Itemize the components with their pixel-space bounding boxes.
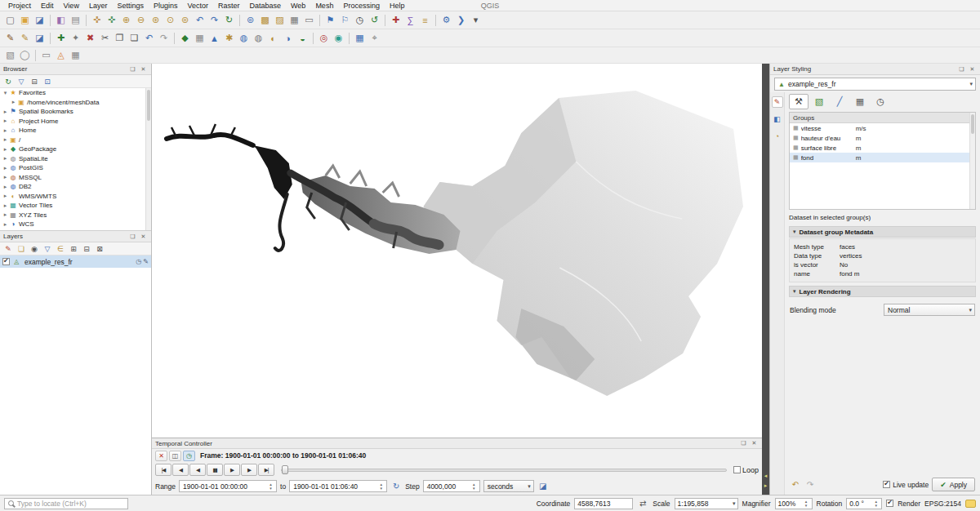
play-forward-button[interactable]: ▶ bbox=[224, 464, 240, 476]
styling-tab-vectors[interactable]: ╱ bbox=[830, 94, 849, 109]
scrollbar-thumb[interactable] bbox=[971, 114, 974, 134]
scale-combo[interactable]: 1:195,858 bbox=[675, 498, 738, 509]
expand-arrow-icon[interactable]: ▸ bbox=[2, 127, 9, 134]
add-wms-layer-icon[interactable]: ◐ bbox=[266, 31, 280, 45]
dataset-group-vitesse[interactable]: ▦vitessem/s bbox=[790, 123, 975, 133]
mesh-calculator-icon[interactable]: ▦ bbox=[353, 31, 367, 45]
apply-button[interactable]: ✔ Apply bbox=[932, 478, 975, 491]
add-wfs-layer-icon[interactable]: ◒ bbox=[296, 31, 310, 45]
browser-close-icon[interactable] bbox=[139, 64, 148, 73]
expand-panel-icon[interactable] bbox=[764, 482, 768, 488]
browser-item-home-vincent-meshdata[interactable]: ▸▣/home/vincent/meshData bbox=[0, 98, 151, 108]
styling-tab-contours[interactable]: ▧ bbox=[809, 94, 829, 109]
undo-icon[interactable]: ↶ bbox=[142, 31, 156, 45]
transparency-tab-icon[interactable]: ◧ bbox=[772, 113, 783, 125]
expand-all-icon[interactable]: ⊞ bbox=[68, 243, 79, 255]
spinner-icon[interactable] bbox=[872, 498, 880, 509]
zoom-out-icon[interactable]: ⊖ bbox=[134, 13, 148, 27]
menu-plugins[interactable]: Plugins bbox=[149, 1, 183, 11]
collapse-panel-icon[interactable] bbox=[764, 473, 768, 478]
browser-item-wms-wmts[interactable]: ▸◐WMS/WMTS bbox=[0, 192, 151, 202]
redo-icon[interactable]: ↷ bbox=[157, 31, 171, 45]
layer-labeling-icon[interactable]: ≡ bbox=[418, 13, 432, 27]
add-postgis-layer-icon[interactable]: ◍ bbox=[237, 31, 251, 45]
expand-arrow-icon[interactable]: ▸ bbox=[2, 146, 9, 153]
statistical-summary-icon[interactable]: ∑ bbox=[403, 13, 417, 27]
browser-item-db2[interactable]: ▸◍DB2 bbox=[0, 182, 151, 192]
pan-map-icon[interactable]: ✜ bbox=[90, 13, 104, 27]
measure-line-icon[interactable]: ▭ bbox=[302, 13, 316, 27]
locator-bar[interactable]: Type to locate (Ctrl+K) bbox=[4, 498, 128, 509]
crs-status[interactable]: EPSG:2154 bbox=[924, 500, 961, 508]
python-console-icon[interactable]: ❯ bbox=[454, 13, 468, 27]
layout-manager-icon[interactable]: ▤ bbox=[69, 13, 82, 27]
delete-selected-icon[interactable]: ✖ bbox=[83, 31, 97, 45]
style-manager-icon[interactable]: ◧ bbox=[54, 13, 68, 27]
identify-features-icon[interactable]: ⊚ bbox=[243, 13, 257, 27]
menu-project[interactable]: Project bbox=[3, 1, 36, 11]
temporal-navigation-off-button[interactable]: ✕ bbox=[155, 451, 167, 461]
styling-tab-datasets[interactable]: ⚒ bbox=[789, 94, 808, 109]
layer-item-example-res-fr[interactable]: ◬example_res_fr◷✎ bbox=[0, 256, 151, 268]
processing-toolbox-icon[interactable]: ⚙ bbox=[439, 13, 453, 27]
blending-mode-combo[interactable]: Normal bbox=[884, 304, 975, 316]
symbology-tab-icon[interactable]: ✎ bbox=[772, 96, 783, 108]
decorations-icon[interactable]: ◬ bbox=[54, 48, 68, 62]
filter-browser-icon[interactable]: ▽ bbox=[16, 76, 27, 87]
expand-arrow-icon[interactable]: ▸ bbox=[2, 155, 9, 162]
new-map-view-icon[interactable]: ✚ bbox=[389, 13, 403, 27]
styling-tab-temporal[interactable]: ◷ bbox=[871, 94, 890, 109]
step-input[interactable]: 4000,000 bbox=[423, 480, 480, 492]
styling-close-icon[interactable] bbox=[968, 64, 977, 73]
browser-item-geopackage[interactable]: ▸◆GeoPackage bbox=[0, 144, 151, 154]
temporal-indicator-icon[interactable]: ◷ bbox=[136, 258, 141, 265]
metadata-section-header[interactable]: Dataset group Metadata bbox=[789, 226, 976, 238]
new-project-icon[interactable]: ▢ bbox=[3, 13, 17, 27]
layers-undock-icon[interactable] bbox=[128, 232, 137, 241]
browser-scrollbar[interactable] bbox=[145, 88, 151, 230]
loop-checkbox[interactable] bbox=[733, 466, 741, 473]
jump-to-start-button[interactable]: |◀ bbox=[155, 464, 172, 476]
fixed-range-navigation-button[interactable]: ◫ bbox=[169, 451, 181, 461]
styling-layer-combo[interactable]: example_res_fr bbox=[774, 78, 976, 91]
toolbar-overflow-icon[interactable]: ▾ bbox=[469, 13, 483, 27]
menu-raster[interactable]: Raster bbox=[213, 1, 245, 11]
menu-layer[interactable]: Layer bbox=[84, 1, 113, 11]
style-undo-icon[interactable]: ↶ bbox=[790, 479, 801, 491]
browser-item-wcs[interactable]: ▸◑WCS bbox=[0, 220, 151, 229]
expand-arrow-icon[interactable]: ▾ bbox=[2, 90, 9, 96]
pan-to-selection-icon[interactable]: ✜ bbox=[105, 13, 118, 27]
slider-track[interactable] bbox=[281, 469, 727, 472]
scrollbar-thumb[interactable] bbox=[147, 90, 150, 121]
expand-arrow-icon[interactable]: ▸ bbox=[2, 118, 9, 124]
deselect-features-icon[interactable]: ▨ bbox=[273, 13, 287, 27]
play-backward-button[interactable]: ◀ bbox=[189, 464, 206, 476]
animated-navigation-button[interactable]: ◷ bbox=[183, 451, 195, 461]
expand-arrow-icon[interactable]: ▸ bbox=[10, 99, 17, 105]
add-mesh-layer-icon[interactable]: ▲ bbox=[207, 31, 221, 45]
history-tab-icon[interactable]: ◔ bbox=[772, 131, 783, 142]
browser-item-favorites[interactable]: ▾★Favorites bbox=[0, 88, 151, 98]
add-feature-icon[interactable]: ✚ bbox=[54, 31, 68, 45]
render-checkbox[interactable] bbox=[886, 500, 893, 507]
toggle-editing-icon[interactable]: ✎ bbox=[18, 31, 32, 45]
save-project-icon[interactable]: ◪ bbox=[33, 13, 47, 27]
pause-button[interactable]: ▮▮ bbox=[207, 464, 223, 476]
add-wcs-layer-icon[interactable]: ◑ bbox=[281, 31, 295, 45]
browser-item-postgis[interactable]: ▸◍PostGIS bbox=[0, 163, 151, 173]
step-unit-combo[interactable]: seconds bbox=[483, 480, 534, 492]
zoom-in-icon[interactable]: ⊕ bbox=[119, 13, 133, 27]
zoom-full-icon[interactable]: ⊛ bbox=[149, 13, 163, 27]
browser-item-spatialite[interactable]: ▸◍SpatiaLite bbox=[0, 154, 151, 164]
dataset-group-hauteur-d-eau[interactable]: ▦hauteur d'eaum bbox=[790, 133, 975, 143]
dataset-group-fond[interactable]: ▦fondm bbox=[790, 153, 975, 162]
manage-map-themes-icon[interactable]: ◉ bbox=[29, 243, 40, 255]
spinner-icon[interactable] bbox=[377, 481, 385, 491]
layer-rendering-header[interactable]: Layer Rendering bbox=[789, 286, 976, 297]
filter-by-expression-icon[interactable]: ∈ bbox=[55, 243, 66, 255]
copy-features-icon[interactable]: ❐ bbox=[113, 31, 127, 45]
expand-arrow-icon[interactable]: ▸ bbox=[2, 202, 9, 209]
messages-icon[interactable] bbox=[965, 500, 976, 508]
magnifier-input[interactable]: 100% bbox=[775, 498, 813, 509]
open-layer-styling-icon[interactable]: ✎ bbox=[2, 243, 14, 255]
